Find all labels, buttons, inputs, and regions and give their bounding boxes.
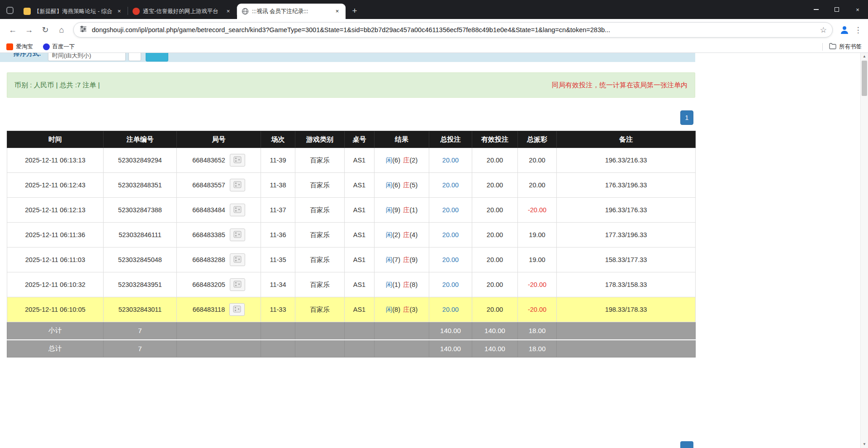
search-button[interactable] [146,53,168,62]
subtotal-empty [557,322,696,340]
back-button[interactable]: ← [6,23,19,37]
round-replay-button[interactable] [230,229,245,241]
cell-remark: 176.33/196.33 [557,173,696,198]
tab-title: 【新提醒】海燕策略论坛 - 综合 [34,8,112,15]
result-player-value: (6) [392,181,400,189]
cell-time: 2025-12-11 06:12:43 [7,173,104,198]
cell-bet-id: 523032847388 [104,198,177,223]
round-replay-button[interactable] [230,204,245,216]
window-icon [6,7,14,14]
cell-round-id: 668483652 [177,148,261,173]
cell-table-no: AS1 [345,223,375,248]
cell-table-no: AS1 [345,272,375,297]
cell-valid-bet: 20.00 [472,297,518,322]
round-replay-button[interactable] [229,303,245,316]
pagination-top: 1 [0,110,695,125]
bet-record-row: 2025-12-11 06:12:43523032848351668483557… [7,173,696,198]
cell-game-type: 百家乐 [295,272,345,297]
summary-bar: 币别 : 人民币 | 总共 :7 注单 | 同局有效投注，统一计算在该局第一张注… [7,72,695,98]
taobao-icon [6,43,13,50]
url-text[interactable]: dongshouji.com/ipl/portal.php/game/betre… [92,26,820,33]
cell-total-bet[interactable]: 20.00 [429,248,472,272]
cell-valid-bet: 20.00 [472,223,518,248]
result-banker-label: 庄 [403,206,410,214]
cell-result: 闲(1)庄(8) [375,272,429,297]
browser-menu-icon[interactable]: ⋮ [853,24,863,36]
result-player-value: (7) [392,256,400,263]
cell-total-bet[interactable]: 20.00 [429,297,472,322]
subtotal-empty [261,322,295,340]
forward-button[interactable]: → [22,23,36,37]
tab-close-icon[interactable]: × [115,8,123,15]
bookmark-label: 爱淘宝 [16,43,33,51]
cell-total-bet[interactable]: 20.00 [429,198,472,223]
cell-total-bet[interactable]: 20.00 [429,223,472,248]
bet-record-row: 2025-12-11 06:13:13523032849294668483652… [7,148,696,173]
bookmark-aitaobao[interactable]: 爱淘宝 [6,43,33,51]
bookmark-star-icon[interactable]: ☆ [820,25,827,35]
filter-mini-select[interactable] [128,53,141,61]
browser-tab-3-active[interactable]: :::视讯 会员下注纪录::: × [237,4,346,19]
total-empty [557,340,696,357]
cell-total-bet[interactable]: 20.00 [429,148,472,173]
scroll-up-icon[interactable]: ▲ [861,53,868,60]
result-banker-value: (3) [410,306,418,313]
result-player-value: (8) [392,306,400,313]
profile-avatar[interactable] [838,24,851,36]
cell-round-id: 668483385 [177,223,261,248]
cell-game-type: 百家乐 [295,198,345,223]
cell-bet-id: 523032843951 [104,272,177,297]
round-replay-button[interactable] [230,278,245,291]
cell-table-no: AS1 [345,198,375,223]
tab-close-icon[interactable]: × [224,8,232,15]
cell-valid-bet: 20.00 [472,173,518,198]
page-1-button[interactable]: 1 [680,110,693,125]
round-replay-button[interactable] [230,154,245,167]
refresh-button[interactable]: ↻ [38,23,52,37]
site-settings-icon[interactable] [79,25,87,35]
round-replay-button[interactable] [230,253,245,266]
cell-payout: -20.00 [518,198,557,223]
close-button[interactable]: × [847,0,868,19]
cell-valid-bet: 20.00 [472,198,518,223]
sort-order-select[interactable]: 时间(由大到小) [48,53,126,61]
address-bar[interactable]: dongshouji.com/ipl/portal.php/game/betre… [73,22,833,38]
result-player-label: 闲 [386,231,393,238]
result-banker-label: 庄 [403,231,410,238]
cell-result: 闲(2)庄(4) [375,223,429,248]
subtotal-payout: 18.00 [518,322,557,340]
cell-game-type: 百家乐 [295,148,345,173]
round-id-text: 668483205 [192,281,225,288]
maximize-button[interactable] [826,0,847,19]
scroll-down-icon[interactable]: ▼ [861,441,868,448]
home-button[interactable]: ⌂ [55,23,68,37]
minimize-button[interactable] [806,0,826,19]
result-player-label: 闲 [386,306,393,313]
all-bookmarks-button[interactable]: 所有书签 [822,43,862,51]
scrollbar-thumb[interactable] [862,61,867,96]
cell-table-no: AS1 [345,297,375,322]
cell-total-bet[interactable]: 20.00 [429,173,472,198]
cell-remark: 196.33/216.33 [557,148,696,173]
result-banker-label: 庄 [403,281,410,288]
cell-result: 闲(6)庄(5) [375,173,429,198]
tab-close-icon[interactable]: × [333,8,341,15]
browser-tab-1[interactable]: 【新提醒】海燕策略论坛 - 综合 × [19,4,128,19]
cell-bet-id: 523032848351 [104,173,177,198]
new-tab-button[interactable]: + [348,5,361,17]
dice-icon [233,206,242,214]
subtotal-valid-bet: 140.00 [472,322,518,340]
round-replay-button[interactable] [230,179,245,191]
cell-time: 2025-12-11 06:12:13 [7,198,104,223]
cell-result: 闲(8)庄(3) [375,297,429,322]
tab-title: :::视讯 会员下注纪录::: [252,8,330,15]
result-banker-label: 庄 [403,157,410,164]
bookmark-baidu[interactable]: 百度一下 [43,43,75,51]
cell-round-id: 668483557 [177,173,261,198]
pagination-bottom-partial[interactable] [680,441,693,448]
header-remark: 备注 [557,131,696,148]
cell-round-id: 668483118 [177,297,261,322]
vertical-scrollbar[interactable]: ▲ ▼ [860,53,868,448]
cell-total-bet[interactable]: 20.00 [429,272,472,297]
browser-tab-2[interactable]: 通宝-信誉最好的网上游戏平台 × [128,4,237,19]
